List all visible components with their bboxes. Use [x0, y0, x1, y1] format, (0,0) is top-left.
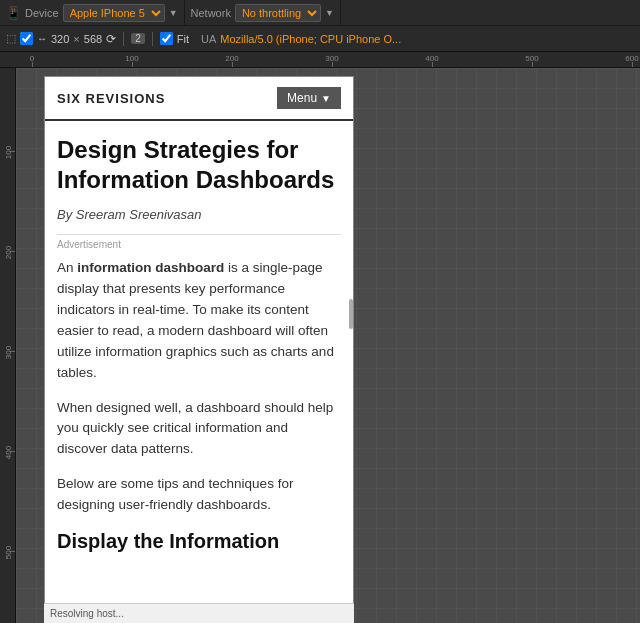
width-icon: ↔ [37, 33, 47, 44]
width-checkbox[interactable] [20, 32, 33, 45]
body-intro-bold: information dashboard [77, 260, 224, 275]
badge-icon: 2 [131, 33, 145, 44]
network-label: Network [191, 7, 231, 19]
ruler-horizontal: 0 100 200 300 400 500 600 [0, 52, 640, 68]
article-body: An information dashboard is a single-pag… [57, 258, 341, 553]
toolbar-row2: ⬚ ↔ 320 × 568 ⟳ 2 Fit UA Mozilla/5.0 (iP… [0, 26, 640, 52]
x-separator: × [73, 33, 79, 45]
article-title: Design Strategies for Information Dashbo… [57, 135, 341, 195]
device-icon: 📱 [6, 6, 21, 20]
body-paragraph-3: Below are some tips and techniques for d… [57, 474, 341, 516]
content-area: 100 200 300 400 500 SIX REVISIONS Menu [0, 68, 640, 623]
status-bar: Resolving host... [44, 603, 354, 623]
site-logo: SIX REVISIONS [57, 91, 165, 106]
toolbar-row1: 📱 Device Apple IPhone 5 ▼ Network No thr… [0, 0, 640, 26]
body-paragraph-2: When designed well, a dashboard should h… [57, 398, 341, 461]
device-select[interactable]: Apple IPhone 5 [63, 4, 165, 22]
section-title: Display the Information [57, 530, 341, 553]
chevron-down-icon2: ▼ [325, 8, 334, 18]
responsive-icon: ⬚ [6, 32, 16, 45]
ua-value: Mozilla/5.0 (iPhone; CPU iPhone O... [220, 33, 401, 45]
height-value: 568 [84, 33, 102, 45]
body-paragraph-1: An information dashboard is a single-pag… [57, 258, 341, 384]
menu-arrow-icon: ▼ [321, 93, 331, 104]
network-select[interactable]: No throttling [235, 4, 321, 22]
advertisement-label: Advertisement [57, 234, 341, 250]
article-content[interactable]: Design Strategies for Information Dashbo… [45, 121, 353, 623]
device-label: Device [25, 7, 59, 19]
article-author: By Sreeram Sreenivasan [57, 207, 341, 222]
network-section: Network No throttling ▼ [185, 0, 341, 25]
scroll-handle[interactable] [349, 299, 353, 329]
menu-label: Menu [287, 91, 317, 105]
chevron-down-icon: ▼ [169, 8, 178, 18]
separator1 [123, 32, 124, 46]
site-header: SIX REVISIONS Menu ▼ [45, 77, 353, 121]
body-intro-suffix: is a single-page display that presents k… [57, 260, 334, 380]
ruler-vertical: 100 200 300 400 500 [0, 68, 16, 623]
mobile-frame: SIX REVISIONS Menu ▼ Design Strategies f… [44, 76, 354, 623]
device-section: 📱 Device Apple IPhone 5 ▼ [0, 0, 185, 25]
ua-section: UA Mozilla/5.0 (iPhone; CPU iPhone O... [201, 33, 401, 45]
canvas: SIX REVISIONS Menu ▼ Design Strategies f… [16, 68, 640, 623]
menu-button[interactable]: Menu ▼ [277, 87, 341, 109]
status-text: Resolving host... [50, 608, 124, 619]
fit-label: Fit [177, 33, 189, 45]
main-area: 0 100 200 300 400 500 600 100 200 [0, 52, 640, 623]
body-intro-prefix: An [57, 260, 77, 275]
fit-checkbox[interactable] [160, 32, 173, 45]
rotate-btn[interactable]: ⟳ [106, 32, 116, 46]
width-value: 320 [51, 33, 69, 45]
separator2 [152, 32, 153, 46]
ua-label: UA [201, 33, 216, 45]
